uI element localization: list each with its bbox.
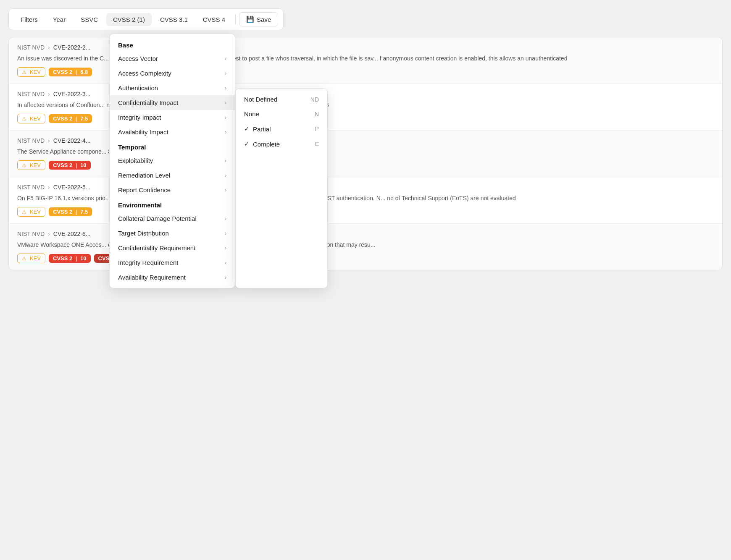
cve-id-4: CVE-2022-5... [53,184,91,191]
chevron-icon-ai: › [225,129,226,135]
chevron-icon-cr: › [225,245,226,251]
menu-item-availability-requirement[interactable]: Availability Requirement › [110,270,235,285]
authentication-label: Authentication [118,84,158,92]
availability-impact-label: Availability Impact [118,128,168,136]
chevron-icon-exp: › [225,157,226,164]
confidentiality-impact-label: Confidentiality Impact [118,99,178,106]
submenu-item-left-none: None [244,110,259,118]
year-button[interactable]: Year [46,13,72,26]
integrity-impact-label: Integrity Impact [118,114,161,121]
availability-requirement-label: Availability Requirement [118,274,186,281]
save-button[interactable]: 💾 Save [239,12,278,26]
chevron-icon-rl: › [225,172,226,178]
kev-label-5: KEV [30,255,41,262]
shortcut-c: C [315,141,319,147]
save-label: Save [257,16,271,23]
breadcrumb-sep-2: › [48,91,50,97]
collateral-damage-label: Collateral Damage Potential [118,215,197,222]
cvss2-badge-2: CVSS 2 | 7.5 [49,114,92,123]
confidentiality-requirement-label: Confidentiality Requirement [118,244,195,251]
kev-badge-4: ⚠ KEV [17,207,45,217]
chevron-icon-rc: › [225,187,226,193]
chevron-icon-ar: › [225,274,226,280]
menu-item-authentication[interactable]: Authentication › [110,81,235,95]
access-vector-label: Access Vector [118,55,158,62]
chevron-icon-cdp: › [225,215,226,222]
menu-item-access-vector[interactable]: Access Vector › [110,51,235,66]
access-complexity-label: Access Complexity [118,70,171,77]
cvss2-badge-3: CVSS 2 | 10 [49,161,91,170]
cve-id: CVE-2022-2... [53,44,91,51]
shortcut-nd: ND [310,96,319,103]
menu-item-exploitability[interactable]: Exploitability › [110,153,235,168]
triangle-icon-5: ⚠ [22,256,26,262]
source-label: NIST NVD [17,44,45,51]
submenu-item-left-nd: Not Defined [244,96,277,103]
breadcrumb-sep: › [48,44,50,51]
check-icon-partial: ✓ [244,125,250,133]
source-label-2: NIST NVD [17,91,45,97]
none-label: None [244,110,259,118]
partial-label: Partial [253,126,271,133]
menu-item-integrity-impact[interactable]: Integrity Impact › [110,110,235,125]
cve-id-3: CVE-2022-4... [53,137,91,144]
cvss2-badge-1: CVSS 2 | 6.8 [49,68,92,76]
menu-item-remediation-level[interactable]: Remediation Level › [110,168,235,183]
save-icon: 💾 [246,16,254,23]
cvss31-button[interactable]: CVSS 3.1 [153,13,195,26]
cvss2-button[interactable]: CVSS 2 (1) [106,13,152,26]
cve-id-2: CVE-2022-3... [53,91,91,97]
kev-badge-3: ⚠ KEV [17,160,45,170]
submenu-item-left-complete: ✓ Complete [244,140,280,148]
chevron-icon-ii: › [225,114,226,120]
environmental-section-label: Environmental [110,197,235,211]
ssvc-button[interactable]: SSVC [74,13,105,26]
chevron-icon-auth: › [225,85,226,91]
source-label-5: NIST NVD [17,230,45,237]
filters-button[interactable]: Filters [14,13,45,26]
chevron-icon-av: › [225,55,226,62]
triangle-icon-3: ⚠ [22,162,26,168]
report-confidence-label: Report Confidence [118,186,171,194]
toolbar-divider [235,14,236,24]
remediation-level-label: Remediation Level [118,172,170,179]
kev-badge-5: ⚠ KEV [17,254,45,263]
kev-label-4: KEV [30,209,41,215]
shortcut-p: P [315,126,319,132]
cve-id-5: CVE-2022-6... [53,230,91,237]
check-icon-complete: ✓ [244,140,250,148]
menu-item-report-confidence[interactable]: Report Confidence › [110,183,235,197]
submenu-item-partial[interactable]: ✓ Partial P [236,121,327,136]
menu-item-target-distribution[interactable]: Target Distribution › [110,226,235,241]
integrity-requirement-label: Integrity Requirement [118,259,178,266]
chevron-icon-ir: › [225,259,226,266]
cvss2-badge-4: CVSS 2 | 7.5 [49,207,92,216]
menu-item-integrity-requirement[interactable]: Integrity Requirement › [110,255,235,270]
menu-item-availability-impact[interactable]: Availability Impact › [110,125,235,139]
breadcrumb-sep-5: › [48,230,50,237]
cvss4-button[interactable]: CVSS 4 [196,13,232,26]
breadcrumb-sep-3: › [48,137,50,144]
submenu-item-not-defined[interactable]: Not Defined ND [236,92,327,107]
triangle-icon-2: ⚠ [22,116,26,122]
not-defined-label: Not Defined [244,96,277,103]
toolbar: Filters Year SSVC CVSS 2 (1) CVSS 3.1 CV… [8,8,284,30]
page-wrapper: Filters Year SSVC CVSS 2 (1) CVSS 3.1 CV… [8,8,723,270]
kev-label-2: KEV [30,115,41,122]
cvss2-dropdown-menu: Base Access Vector › Access Complexity ›… [109,34,235,288]
exploitability-label: Exploitability [118,157,153,164]
submenu-item-none[interactable]: None N [236,107,327,121]
submenu-item-left-partial: ✓ Partial [244,125,271,133]
menu-item-confidentiality-requirement[interactable]: Confidentiality Requirement › [110,241,235,255]
shortcut-n: N [315,111,319,118]
kev-badge-2: ⚠ KEV [17,114,45,123]
menu-item-collateral-damage[interactable]: Collateral Damage Potential › [110,211,235,226]
chevron-icon-ac: › [225,70,226,76]
menu-item-access-complexity[interactable]: Access Complexity › [110,66,235,81]
menu-item-confidentiality-impact[interactable]: Confidentiality Impact › [110,95,235,110]
dropdown-container: Base Access Vector › Access Complexity ›… [109,34,328,288]
triangle-icon-4: ⚠ [22,209,26,215]
kev-label-3: KEV [30,162,41,168]
submenu-item-complete[interactable]: ✓ Complete C [236,136,327,152]
target-distribution-label: Target Distribution [118,230,169,237]
